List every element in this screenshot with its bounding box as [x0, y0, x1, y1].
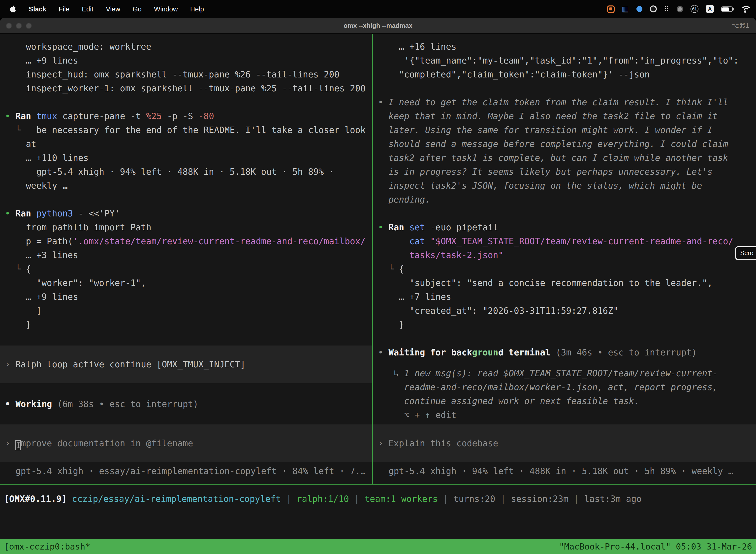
menu-item-view[interactable]: View: [106, 5, 120, 13]
blank-line: [373, 359, 756, 366]
menu-item-window[interactable]: Window: [154, 5, 178, 13]
zoom-button[interactable]: [26, 22, 32, 29]
text-segment: groun: [472, 347, 498, 357]
terminal-pane-left[interactable]: workspace_mode: worktree … +9 lines insp…: [0, 34, 372, 484]
text-segment: later. Using the same for transition mig…: [378, 125, 712, 135]
text-segment: inspect_hud: omx sparkshell --tmux-pane …: [5, 69, 339, 79]
dots-grid-icon[interactable]: ⠿: [664, 5, 669, 13]
text-segment: is in progress? It seems likely but perh…: [378, 167, 712, 177]
text-segment: -p -S: [162, 111, 198, 121]
terminal-pane-right[interactable]: … +16 lines '{"team_name":"my-team","tas…: [373, 34, 756, 484]
text-segment: •: [5, 209, 15, 218]
terminal-line: tasks/task-2.json": [373, 248, 756, 262]
prompt-input-right[interactable]: › Explain this codebase: [373, 425, 756, 462]
text-segment: "created_at": "2026-03-31T11:59:27.816Z": [378, 306, 618, 316]
text-segment: "$OMX_TEAM_STATE_ROOT/team/review-curren…: [425, 236, 734, 246]
menu-bar: SlackFileEditViewGoWindowHelp ▦⠿61A: [0, 0, 756, 18]
terminal-line: is in progress? It seems likely but perh…: [373, 165, 756, 179]
text-segment: (6m 38s • esc to interrupt): [52, 399, 198, 409]
terminal-line: … +110 lines: [0, 151, 372, 165]
window-shortcut-hint: ⌥⌘1: [732, 18, 749, 33]
screenshot-preview[interactable]: Scre: [735, 246, 756, 260]
text-segment: └: [15, 264, 20, 274]
menu-item-go[interactable]: Go: [133, 5, 142, 13]
text-segment: }: [5, 320, 31, 330]
text-segment: from pathlib import Path: [5, 222, 151, 232]
text-segment: … +16 lines: [378, 42, 456, 52]
screen-recording-icon[interactable]: [607, 5, 614, 13]
terminal-line: • Ran python3 - <<'PY': [0, 207, 372, 220]
text-segment: tmux: [36, 111, 57, 121]
text-segment: d terminal: [498, 347, 551, 357]
text-segment: {: [20, 264, 31, 274]
circle-app-icon[interactable]: [649, 5, 656, 12]
menu-item-edit[interactable]: Edit: [82, 5, 93, 13]
app-dim-icon[interactable]: [677, 6, 683, 12]
input-source-icon[interactable]: A: [706, 5, 714, 13]
menu-items: SlackFileEditViewGoWindowHelp: [10, 5, 204, 13]
text-segment: [31, 111, 36, 121]
water-drop-icon[interactable]: [636, 6, 642, 12]
menu-status-icons: ▦⠿61A: [607, 4, 750, 13]
text-segment: "completed","claim_token":"claim-token"}…: [378, 69, 650, 79]
text-segment: weekly …: [5, 181, 68, 190]
text-segment: python3: [36, 209, 73, 218]
terminal-line: └ {: [0, 262, 372, 276]
text-segment: "subject": "send a concise recommendatio…: [378, 278, 712, 288]
tmux-session-label[interactable]: [omx-cczip0:bash*: [4, 542, 90, 552]
menu-item-slack[interactable]: Slack: [29, 5, 46, 13]
tmux-panes: workspace_mode: worktree … +9 lines insp…: [0, 34, 756, 484]
text-segment: |: [568, 494, 584, 504]
terminal-line: … +9 lines: [0, 290, 372, 304]
text-segment: |: [495, 494, 511, 504]
terminal-line: • Working (6m 38s • esc to interrupt): [0, 397, 372, 411]
terminal-line: ↳ 1 new msg(s): read $OMX_TEAM_STATE_ROO…: [373, 366, 756, 380]
text-segment: last:3m ago: [584, 494, 642, 504]
terminal-line: later. Using the same for transition mig…: [373, 123, 756, 137]
terminal-line: gpt-5.4 xhigh · 94% left · 488K in · 5.1…: [0, 165, 372, 179]
ralph-loop-banner[interactable]: › Ralph loop active continue [OMX_TMUX_I…: [0, 345, 372, 383]
terminal-content: workspace_mode: worktree … +9 lines insp…: [0, 34, 756, 554]
tmux-host-clock: "MacBook-Pro-44.local" 05:03 31-Mar-26: [559, 542, 752, 552]
text-segment: capture-pane -t: [57, 111, 146, 121]
text-segment: |: [281, 494, 297, 504]
badge-61-icon[interactable]: 61: [691, 5, 698, 13]
wifi-icon[interactable]: [740, 5, 750, 13]
text-segment: Waiting for back: [388, 347, 472, 357]
text-segment: ›: [5, 438, 15, 448]
menu-item-help[interactable]: Help: [190, 5, 204, 13]
text-segment: continue assigned work or next feasible …: [378, 396, 639, 406]
text-segment: -euo pipefail: [425, 222, 498, 232]
terminal-line: inspect_worker-1: omx sparkshell --tmux-…: [0, 81, 372, 95]
text-segment: •: [378, 222, 388, 232]
close-button[interactable]: [6, 22, 12, 29]
text-segment: gpt-5.4 xhigh · essay/ai-reimplementatio…: [5, 466, 366, 476]
text-segment: Ran: [15, 209, 31, 218]
blank-line: [0, 95, 372, 109]
text-segment: I need to get the claim token from the c…: [388, 97, 728, 107]
text-segment: Ran: [15, 111, 31, 121]
terminal-line: workspace_mode: worktree: [0, 40, 372, 54]
terminal-line: • Ran set -euo pipefail: [373, 220, 756, 234]
battery-icon[interactable]: [721, 6, 733, 12]
text-segment: … +9 lines: [5, 292, 78, 302]
prompt-input-left[interactable]: › Improve documentation in @filename: [0, 425, 372, 462]
text-segment: workspace_mode: worktree: [5, 42, 151, 52]
terminal-line: • Ran tmux capture-pane -t %25 -p -S -80: [0, 109, 372, 123]
text-segment: ⌥ + ↑ edit: [378, 410, 456, 420]
blank-line: [373, 81, 756, 95]
omx-hud-pane[interactable]: [OMX#0.11.9] cczip/essay/ai-reimplementa…: [0, 485, 756, 539]
text-segment: pending.: [378, 195, 430, 205]
window-titlebar[interactable]: omx --xhigh --madmax ⌥⌘1: [0, 18, 756, 34]
text-segment: '.omx/state/team/review-current-readme-a…: [73, 236, 366, 246]
terminal-line: }: [373, 318, 756, 332]
minimize-button[interactable]: [16, 22, 22, 29]
grid-icon[interactable]: ▦: [622, 4, 629, 13]
terminal-line: p = Path('.omx/state/team/review-current…: [0, 234, 372, 248]
text-segment: … +7 lines: [378, 292, 451, 302]
text-segment: session:23m: [511, 494, 568, 504]
menu-item-file[interactable]: File: [59, 5, 70, 13]
text-segment: cat: [409, 236, 425, 246]
apple-menu-icon[interactable]: [10, 5, 16, 13]
text-segment: ›: [378, 438, 388, 448]
